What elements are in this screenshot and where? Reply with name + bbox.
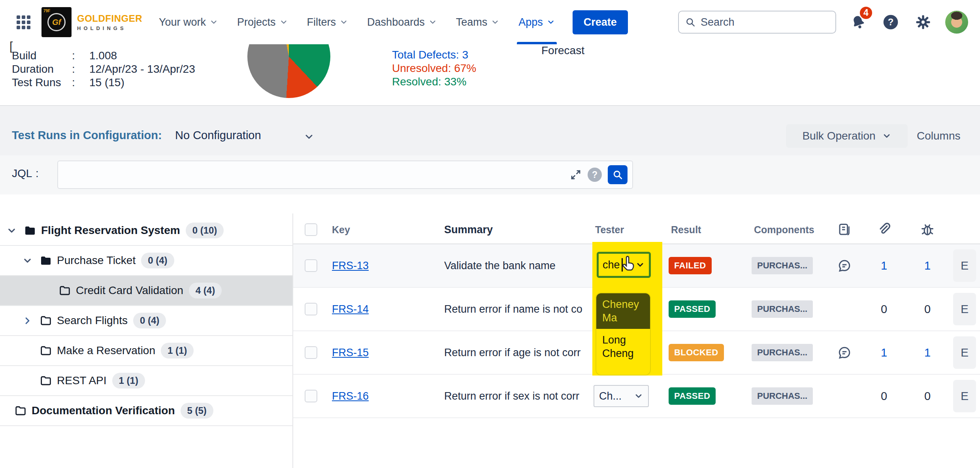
chevron-right-icon[interactable] <box>22 315 40 326</box>
nav-item-filters[interactable]: Filters <box>307 0 349 44</box>
chevron-down-icon <box>428 18 437 26</box>
summary-text: Return error if sex is not corr <box>439 390 594 402</box>
jql-input[interactable]: ? <box>57 160 633 189</box>
gear-icon <box>915 14 931 30</box>
component-chip: PURCHAS... <box>752 257 813 274</box>
expand-icon[interactable] <box>570 169 582 181</box>
tree-item-rest-api[interactable]: REST API 1 (1) <box>0 366 292 396</box>
search-icon <box>685 17 695 27</box>
columns-button[interactable]: Columns <box>917 130 960 142</box>
tree-item-credit-card-validation[interactable]: Credit Card Validation 4 (4) <box>0 276 292 306</box>
attachment-count[interactable]: 1 <box>862 346 906 359</box>
notifications-button[interactable]: 4 <box>848 12 869 32</box>
defect-count[interactable]: 1 <box>906 346 949 359</box>
nav-item-dashboards[interactable]: Dashboards <box>367 0 437 44</box>
summary-text: Return error if age is not corr <box>439 347 594 359</box>
tree-item-search-flights[interactable]: Search Flights 0 (4) <box>0 306 292 336</box>
row-checkbox[interactable] <box>305 303 317 315</box>
chevron-down-icon[interactable] <box>6 225 24 236</box>
attachment-count[interactable]: 0 <box>862 390 906 403</box>
tree-item-badge: 1 (1) <box>161 343 194 359</box>
top-navigation: 79F Gf GOLDFINGER HOLDINGS Your work Pro… <box>0 0 980 44</box>
result-badge: PASSED <box>669 300 716 318</box>
jql-label: JQL <box>12 167 32 180</box>
execute-button[interactable]: E <box>953 380 976 412</box>
nav-item-apps[interactable]: Apps <box>518 0 555 44</box>
select-all-checkbox[interactable] <box>305 223 317 236</box>
logo-monogram: Gf <box>47 13 66 31</box>
execute-button[interactable]: E <box>953 249 976 282</box>
comment-icon[interactable] <box>837 345 852 360</box>
chevron-down-icon[interactable] <box>22 255 40 266</box>
bulk-operation-button[interactable]: Bulk Operation <box>786 124 908 148</box>
paperclip-icon[interactable] <box>862 222 906 237</box>
result-badge: BLOCKED <box>669 344 724 361</box>
summary-text: Return error if name is not co <box>439 303 594 315</box>
create-button[interactable]: Create <box>573 10 628 34</box>
chevron-down-icon[interactable] <box>635 260 645 270</box>
tester-select[interactable]: Ch... <box>594 385 649 407</box>
nav-item-label: Dashboards <box>367 16 425 28</box>
defect-count[interactable]: 0 <box>906 303 949 316</box>
issue-key-link[interactable]: FRS-16 <box>332 390 369 402</box>
notes-icon[interactable] <box>827 223 862 237</box>
tree-item-badge: 0 (10) <box>186 223 224 238</box>
resolved-text: Resolved: 33% <box>392 75 476 89</box>
comment-icon[interactable] <box>837 259 852 273</box>
jql-input-value[interactable] <box>63 161 564 188</box>
brand-logo[interactable]: 79F Gf GOLDFINGER HOLDINGS <box>41 7 142 37</box>
tree-item-flight-reservation-system[interactable]: Flight Reservation System 0 (10) <box>0 216 292 246</box>
main-content: Flight Reservation System 0 (10) Purchas… <box>0 194 980 468</box>
tester-option-cheney-ma[interactable]: Cheney Ma <box>596 293 650 329</box>
chevron-down-icon <box>491 18 499 26</box>
tree-item-badge: 0 (4) <box>141 253 174 268</box>
issue-key-link[interactable]: FRS-15 <box>332 347 369 359</box>
row-checkbox[interactable] <box>305 259 317 272</box>
nav-item-projects[interactable]: Projects <box>237 0 288 44</box>
nav-item-teams[interactable]: Teams <box>456 0 500 44</box>
help-button[interactable]: ? <box>880 12 901 32</box>
user-avatar[interactable] <box>945 11 968 34</box>
header-key[interactable]: Key <box>329 224 439 236</box>
config-bar-title: Test Runs in Configuration: <box>12 129 162 142</box>
tree-item-documentation-verification[interactable]: Documentation Verification 5 (5) <box>0 396 292 426</box>
row-checkbox[interactable] <box>305 346 317 359</box>
jql-bar: JQL : ? <box>0 155 980 194</box>
execute-button[interactable]: E <box>953 336 976 369</box>
tester-option-long-cheng[interactable]: Long Cheng <box>596 329 650 364</box>
issue-key-link[interactable]: FRS-14 <box>332 303 369 315</box>
tester-dropdown-menu: Cheney MaLong Cheng <box>596 292 651 376</box>
app-grid-icon[interactable] <box>17 15 30 29</box>
attachment-count[interactable]: 1 <box>862 259 906 272</box>
search-icon <box>612 169 623 180</box>
tree-item-purchase-ticket[interactable]: Purchase Ticket 0 (4) <box>0 246 292 276</box>
defect-count[interactable]: 1 <box>906 259 949 272</box>
attachment-count[interactable]: 0 <box>862 303 906 316</box>
defect-count[interactable]: 0 <box>906 390 949 403</box>
chevron-down-icon[interactable] <box>303 131 315 142</box>
folder-icon <box>40 254 57 267</box>
tree-item-make-a-reservation[interactable]: Make a Reservation 1 (1) <box>0 336 292 366</box>
header-components[interactable]: Components <box>752 224 827 236</box>
build-info-label: Test Runs <box>12 76 72 89</box>
jql-help-button[interactable]: ? <box>588 168 602 182</box>
tester-select-value: Ch... <box>599 390 622 402</box>
jql-search-button[interactable] <box>608 165 628 184</box>
bug-icon[interactable] <box>906 222 949 237</box>
issue-key-link[interactable]: FRS-13 <box>332 260 369 272</box>
execute-button[interactable]: E <box>953 293 976 325</box>
summary-text: Validate the bank name <box>439 260 594 272</box>
defects-summary: Total Defects: 3 Unresolved: 67% Resolve… <box>392 48 476 89</box>
configuration-dropdown[interactable]: No Configuration <box>175 129 261 142</box>
folder-outline-icon <box>14 404 32 417</box>
header-summary[interactable]: Summary <box>439 224 594 236</box>
build-info-label: Build <box>12 49 72 62</box>
header-tester[interactable]: Tester <box>594 224 669 236</box>
row-checkbox[interactable] <box>305 390 317 402</box>
build-info-colon: : <box>72 62 89 76</box>
nav-item-your-work[interactable]: Your work <box>159 0 218 44</box>
header-result[interactable]: Result <box>669 224 752 236</box>
nav-menu: Your work Projects Filters Dashboards Te… <box>159 0 555 44</box>
settings-button[interactable] <box>913 12 933 32</box>
global-search-input[interactable]: Search <box>678 11 836 34</box>
